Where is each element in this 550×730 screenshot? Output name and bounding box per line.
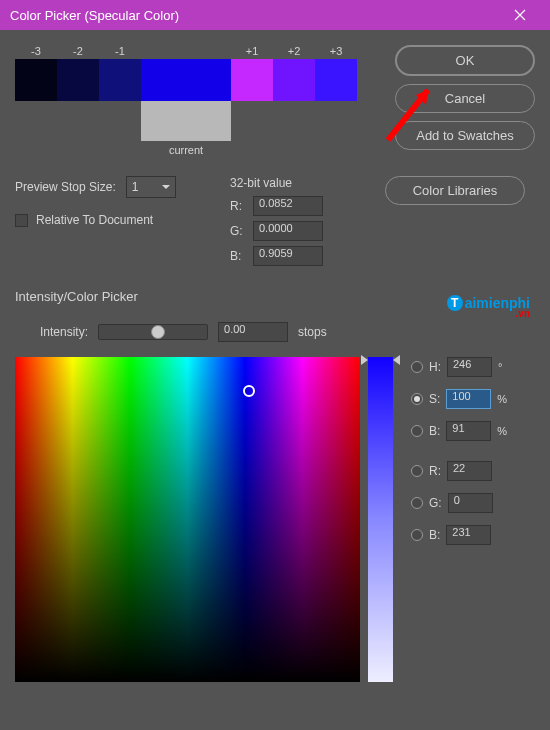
r-32bit-input[interactable]: 0.0852 xyxy=(253,196,323,216)
intensity-input[interactable]: 0.00 xyxy=(218,322,288,342)
s-input[interactable]: 100 xyxy=(446,389,491,409)
cancel-button[interactable]: Cancel xyxy=(395,84,535,113)
r-32bit-label: R: xyxy=(230,199,245,213)
r-input[interactable]: 22 xyxy=(447,461,492,481)
stop-label: +3 xyxy=(315,45,357,57)
g-input[interactable]: 0 xyxy=(448,493,493,513)
32bit-value-label: 32-bit value xyxy=(230,176,370,190)
s-radio[interactable] xyxy=(411,393,423,405)
watermark: T aimienphi .vn xyxy=(447,295,530,311)
strip-indicator-right-icon[interactable] xyxy=(393,355,400,365)
stop-label: +1 xyxy=(231,45,273,57)
b-input[interactable]: 91 xyxy=(446,421,491,441)
b-32bit-input[interactable]: 0.9059 xyxy=(253,246,323,266)
titlebar[interactable]: Color Picker (Specular Color) xyxy=(0,0,550,30)
swatch-preview-area: -3 -2 -1 +1 +2 +3 current xyxy=(15,45,380,156)
bb-input[interactable]: 231 xyxy=(446,525,491,545)
current-color-swatch[interactable] xyxy=(141,101,231,141)
s-unit: % xyxy=(497,393,512,405)
h-label: H: xyxy=(429,360,441,374)
h-unit: ° xyxy=(498,361,513,373)
ok-button[interactable]: OK xyxy=(395,45,535,76)
current-label: current xyxy=(169,144,203,156)
g-32bit-input[interactable]: 0.0000 xyxy=(253,221,323,241)
stop-label: -3 xyxy=(15,45,57,57)
preview-stop-size-dropdown[interactable]: 1 xyxy=(126,176,176,198)
g-label: G: xyxy=(429,496,442,510)
watermark-icon: T xyxy=(447,295,463,311)
intensity-slider[interactable] xyxy=(98,324,208,340)
add-to-swatches-button[interactable]: Add to Swatches xyxy=(395,121,535,150)
color-libraries-button[interactable]: Color Libraries xyxy=(385,176,525,205)
color-picker-dialog: Color Picker (Specular Color) -3 -2 -1 +… xyxy=(0,0,550,730)
slider-thumb-icon[interactable] xyxy=(151,325,165,339)
g-radio[interactable] xyxy=(411,497,423,509)
relative-to-document-checkbox[interactable] xyxy=(15,214,28,227)
close-button[interactable] xyxy=(500,0,540,30)
bb-radio[interactable] xyxy=(411,529,423,541)
swatch-stop[interactable] xyxy=(57,59,99,101)
color-cursor-icon[interactable] xyxy=(243,385,255,397)
color-field[interactable] xyxy=(15,357,360,682)
saturation-strip[interactable] xyxy=(368,357,393,682)
swatch-stop[interactable] xyxy=(273,59,315,101)
intensity-label: Intensity: xyxy=(40,325,88,339)
swatch-stop[interactable] xyxy=(15,59,57,101)
intensity-unit: stops xyxy=(298,325,327,339)
s-label: S: xyxy=(429,392,440,406)
r-radio[interactable] xyxy=(411,465,423,477)
relative-to-document-label: Relative To Document xyxy=(36,213,153,227)
stop-label: +2 xyxy=(273,45,315,57)
b-unit: % xyxy=(497,425,512,437)
swatch-stop[interactable] xyxy=(99,59,141,101)
stop-label: -2 xyxy=(57,45,99,57)
swatch-stop[interactable] xyxy=(231,59,273,101)
stop-label: -1 xyxy=(99,45,141,57)
preview-stop-size-label: Preview Stop Size: xyxy=(15,180,116,194)
bb-label: B: xyxy=(429,528,440,542)
h-input[interactable]: 246 xyxy=(447,357,492,377)
close-icon xyxy=(514,9,526,21)
swatch-stop[interactable] xyxy=(315,59,357,101)
h-radio[interactable] xyxy=(411,361,423,373)
window-title: Color Picker (Specular Color) xyxy=(10,8,500,23)
b-label: B: xyxy=(429,424,440,438)
strip-indicator-left-icon[interactable] xyxy=(361,355,368,365)
r-label: R: xyxy=(429,464,441,478)
b-32bit-label: B: xyxy=(230,249,245,263)
b-radio[interactable] xyxy=(411,425,423,437)
g-32bit-label: G: xyxy=(230,224,245,238)
